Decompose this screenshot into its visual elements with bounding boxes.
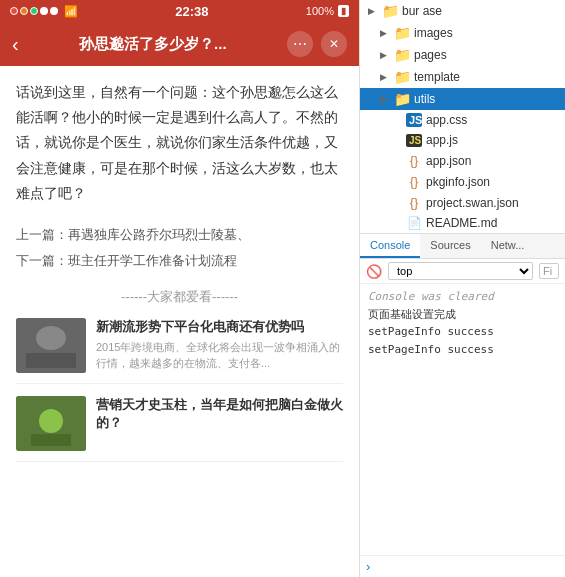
nav-bar: ‹ 孙思邈活了多少岁？... ⋯ ✕ [0, 22, 359, 66]
folder-icon: 📁 [394, 91, 410, 107]
tree-label: pages [414, 48, 447, 62]
tree-label: app.css [426, 113, 467, 127]
clear-console-button[interactable]: 🚫 [366, 264, 382, 279]
recommend-title: 营销天才史玉柱，当年是如何把脑白金做火的？ [96, 396, 343, 432]
console-line: Console was cleared [368, 288, 557, 306]
tree-item-template[interactable]: ▶ 📁 template [360, 66, 565, 88]
folder-icon: 📁 [394, 47, 410, 63]
tree-label: project.swan.json [426, 196, 519, 210]
recommend-thumbnail [16, 318, 86, 373]
prompt-arrow: › [366, 559, 370, 574]
tab-network[interactable]: Netw... [481, 234, 535, 258]
folder-icon: 📁 [394, 25, 410, 41]
svg-rect-2 [26, 353, 76, 368]
tree-item-app-json[interactable]: {} app.json [360, 150, 565, 171]
tree-arrow: ▶ [368, 6, 378, 16]
console-line: setPageInfo success [368, 341, 557, 359]
folder-icon: 📁 [382, 3, 398, 19]
json-file-icon: {} [406, 174, 422, 189]
console-panel: Console Sources Netw... 🚫 top Fi Console… [360, 233, 565, 577]
tab-console[interactable]: Console [360, 234, 420, 258]
mobile-panel: 📶 22:38 100% ▮ ‹ 孙思邈活了多少岁？... ⋯ ✕ 话说到这里，… [0, 0, 360, 577]
console-line: 页面基础设置完成 [368, 306, 557, 324]
folder-icon: 📁 [394, 69, 410, 85]
list-item[interactable]: 营销天才史玉柱，当年是如何把脑白金做火的？ [16, 396, 343, 462]
tree-label: images [414, 26, 453, 40]
tree-label: utils [414, 92, 435, 106]
status-bar-right: 100% ▮ [306, 5, 349, 17]
md-file-icon: 📄 [406, 216, 422, 230]
tree-arrow: ▶ [380, 28, 390, 38]
right-panel: ▶ 📁 bur ase ▶ 📁 images ▶ 📁 pages ▶ 📁 tem… [360, 0, 565, 577]
close-button[interactable]: ✕ [321, 31, 347, 57]
nav-icons: ⋯ ✕ [287, 31, 347, 57]
back-button[interactable]: ‹ [12, 33, 19, 56]
nav-title: 孙思邈活了多少岁？... [27, 35, 279, 54]
tree-label: app.json [426, 154, 471, 168]
json-file-icon: {} [406, 153, 422, 168]
tree-item-images[interactable]: ▶ 📁 images [360, 22, 565, 44]
tree-label: pkginfo.json [426, 175, 490, 189]
article-text: 话说到这里，自然有一个问题：这个孙思邈怎么这么能活啊？他小的时候一定是遇到什么高… [16, 80, 343, 206]
tree-arrow: ▶ [380, 72, 390, 82]
svg-point-5 [39, 409, 63, 433]
recommend-thumbnail [16, 396, 86, 451]
divider-text: ------大家都爱看------ [16, 286, 343, 308]
recommend-content: 营销天才史玉柱，当年是如何把脑白金做火的？ [96, 396, 343, 451]
tree-label: README.md [426, 216, 497, 230]
file-tree: ▶ 📁 bur ase ▶ 📁 images ▶ 📁 pages ▶ 📁 tem… [360, 0, 565, 233]
battery-icon: ▮ [338, 5, 349, 17]
status-bar-left: 📶 [10, 4, 78, 18]
tree-item-bur-ase[interactable]: ▶ 📁 bur ase [360, 0, 565, 22]
console-output: Console was cleared 页面基础设置完成 setPageInfo… [360, 284, 565, 555]
list-item[interactable]: 新潮流形势下平台化电商还有优势吗 2015年跨境电商、全球化将会出现一波争相涌入… [16, 318, 343, 384]
tree-arrow: ▶ [380, 50, 390, 60]
prev-article: 上一篇：再遇独库公路乔尔玛烈士陵墓、 [16, 222, 343, 248]
battery-percent: 100% [306, 5, 334, 17]
js-file-icon: JS [406, 134, 422, 147]
wifi-icon: 📶 [64, 5, 78, 18]
svg-rect-6 [31, 434, 71, 446]
console-toolbar: 🚫 top Fi [360, 259, 565, 284]
status-bar: 📶 22:38 100% ▮ [0, 0, 359, 22]
console-line: setPageInfo success [368, 323, 557, 341]
console-tabs: Console Sources Netw... [360, 234, 565, 259]
recommend-desc: 2015年跨境电商、全球化将会出现一波争相涌入的行情，越来越多的在物流、支付各.… [96, 340, 343, 371]
context-select[interactable]: top [388, 262, 533, 280]
more-options-button[interactable]: ⋯ [287, 31, 313, 57]
tree-item-project-json[interactable]: {} project.swan.json [360, 192, 565, 213]
tree-item-pages[interactable]: ▶ 📁 pages [360, 44, 565, 66]
recommend-content: 新潮流形势下平台化电商还有优势吗 2015年跨境电商、全球化将会出现一波争相涌入… [96, 318, 343, 373]
content-area[interactable]: 话说到这里，自然有一个问题：这个孙思邈怎么这么能活啊？他小的时候一定是遇到什么高… [0, 66, 359, 577]
filter-input: Fi [539, 263, 559, 279]
recommend-section: 新潮流形势下平台化电商还有优势吗 2015年跨境电商、全球化将会出现一波争相涌入… [16, 318, 343, 462]
tree-item-pkginfo-json[interactable]: {} pkginfo.json [360, 171, 565, 192]
tree-label: bur ase [402, 4, 442, 18]
tree-item-app-js[interactable]: JS app.js [360, 130, 565, 150]
svg-point-1 [36, 326, 66, 350]
tree-arrow: ▶ [380, 94, 390, 104]
status-time: 22:38 [175, 4, 208, 19]
nav-links: 上一篇：再遇独库公路乔尔玛烈士陵墓、 下一篇：班主任开学工作准备计划流程 [16, 222, 343, 274]
json-file-icon: {} [406, 195, 422, 210]
recommend-title: 新潮流形势下平台化电商还有优势吗 [96, 318, 343, 336]
next-article: 下一篇：班主任开学工作准备计划流程 [16, 248, 343, 274]
tree-item-utils[interactable]: ▶ 📁 utils [360, 88, 565, 110]
console-prompt[interactable]: › [360, 555, 565, 577]
tree-item-readme-md[interactable]: 📄 README.md [360, 213, 565, 233]
status-dots [10, 4, 60, 18]
css-file-icon: JS [406, 113, 422, 127]
tree-label: template [414, 70, 460, 84]
tree-label: app.js [426, 133, 458, 147]
tab-sources[interactable]: Sources [420, 234, 480, 258]
tree-item-app-css[interactable]: JS app.css [360, 110, 565, 130]
